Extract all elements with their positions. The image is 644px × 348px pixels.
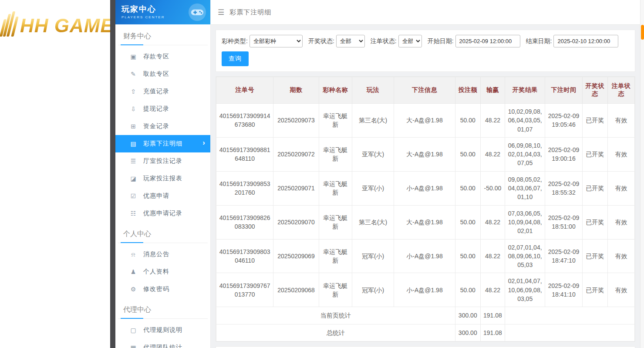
sidebar-item-profile[interactable]: ♟个人资料	[115, 263, 210, 280]
sidebar-item-label: 提现记录	[143, 105, 169, 113]
cell-play: 冠军(小)	[352, 273, 394, 307]
cell-lottery-name: 幸运飞艇新	[319, 205, 352, 239]
sidebar-item-withdraw-zone[interactable]: ✎取款专区	[115, 65, 210, 83]
cell-bet-amount: 50.00	[455, 104, 480, 138]
section-label: 财务中心	[123, 32, 151, 40]
cell-bet-time: 2025-02-09 18:51:00	[545, 205, 582, 239]
cell-bet-status: 有效	[607, 171, 634, 205]
draw-status-select[interactable]: 全部	[336, 35, 365, 47]
end-date-label: 结束日期:	[526, 37, 552, 45]
sidebar-item-promo-apply-records[interactable]: ☷优惠申请记录	[115, 205, 210, 222]
sidebar-item-label: 彩票下注明细	[143, 140, 182, 148]
col-header-bet-info: 下注信息	[394, 77, 455, 104]
gamepad-icon	[189, 3, 206, 21]
filter-row: 彩种类型: 全部彩种 开奖状态: 全部 注单状态: 全部 开始日期: 结束日期:	[222, 35, 629, 47]
cell-win-loss: 48.22	[480, 137, 505, 171]
page-title: 彩票下注明细	[229, 8, 271, 17]
summary-empty	[505, 324, 635, 341]
sidebar-item-deposit-zone[interactable]: ▣存款专区	[115, 48, 210, 65]
summary-empty	[505, 307, 635, 324]
cell-lottery-name: 幸运飞艇新	[319, 273, 352, 307]
cell-bet-status: 有效	[607, 104, 634, 138]
cell-period: 20250209068	[273, 273, 319, 307]
sidebar-item-label: 充值记录	[143, 88, 169, 95]
bet-status-select[interactable]: 全部	[398, 35, 422, 47]
lottery-type-label: 彩种类型:	[222, 37, 248, 45]
sidebar-item-label: 玩家投注报表	[143, 175, 182, 182]
sidebar-item-agent-rules[interactable]: ▢代理规则说明	[115, 321, 210, 339]
sidebar-item-label: 消息公告	[143, 250, 169, 258]
menu-toggle-icon[interactable]: ☰	[218, 8, 224, 17]
cell-draw-status: 已开奖	[582, 171, 607, 205]
bet-row: 40156917390976701377020250209068幸运飞艇新冠军(…	[216, 273, 635, 307]
col-header-win-loss: 输赢	[480, 77, 505, 104]
sidebar-item-label: 厅室投注记录	[143, 157, 182, 165]
sidebar-item-promo-apply[interactable]: ☑优惠申请	[115, 187, 210, 205]
chart-icon: ▦	[129, 344, 137, 348]
cell-draw-result: 07,03,06,05,10,09,04,08,02,01	[505, 205, 545, 239]
bet-row: 40156917390980304611020250209069幸运飞艇新冠军(…	[216, 239, 635, 273]
section-label: 个人中心	[123, 230, 151, 237]
sidebar-item-label: 代理团队统计	[143, 344, 182, 348]
cell-bet-status: 有效	[607, 239, 634, 273]
sidebar-item-lottery-bet-details[interactable]: ▤彩票下注明细›	[115, 135, 210, 152]
bet-status-label: 注单状态:	[371, 37, 397, 45]
col-header-lottery-name: 彩种名称	[319, 77, 352, 104]
pagination-panel: 每页显示20条 共6条 首页 上一页 1 下一页 第 页 跳转	[216, 346, 635, 348]
cell-bet-info: 小-A盘@1.98	[394, 273, 455, 307]
summary-win-loss: 191.08	[480, 307, 505, 324]
cell-bet-no: 401569173909914673680	[216, 104, 273, 138]
sidebar-item-label: 资金记录	[143, 122, 169, 130]
start-date-input[interactable]	[455, 35, 520, 47]
cell-bet-info: 大-A盘@1.98	[394, 104, 455, 138]
cell-win-loss: 48.22	[480, 239, 505, 273]
scrollbar[interactable]	[640, 0, 644, 348]
summary-win-loss: 191.08	[480, 324, 505, 341]
withdrawal-record-icon: ⇩	[129, 105, 137, 112]
sidebar-item-change-password[interactable]: ⚙修改密码	[115, 280, 210, 298]
cell-bet-amount: 50.00	[455, 239, 480, 273]
end-date-input[interactable]	[553, 35, 618, 47]
cell-lottery-name: 幸运飞艇新	[319, 104, 352, 138]
col-header-play: 玩法	[352, 77, 394, 104]
chevron-right-icon: ›	[202, 139, 205, 147]
summary-row: 当前页统计300.00191.08	[216, 307, 635, 324]
deposit-icon: ▣	[129, 53, 137, 60]
sidebar-item-label: 取款专区	[143, 70, 169, 78]
promo-record-icon: ☷	[129, 210, 137, 217]
bet-row: 40156917390991467368020250209073幸运飞艇新第三名…	[216, 104, 635, 138]
sidebar-item-funds-records[interactable]: ⊞资金记录	[115, 118, 210, 135]
cell-bet-time: 2025-02-09 19:05:46	[545, 104, 582, 138]
sidebar-item-announcements[interactable]: ⍾消息公告	[115, 246, 210, 263]
start-date-label: 开始日期:	[428, 37, 454, 45]
cell-win-loss: -50.00	[480, 171, 505, 205]
cell-bet-no: 401569173909853201760	[216, 171, 273, 205]
lottery-type-select[interactable]: 全部彩种	[250, 35, 303, 47]
cell-bet-info: 小-A盘@1.98	[394, 239, 455, 273]
cell-draw-status: 已开奖	[582, 104, 607, 138]
promo-apply-icon: ☑	[129, 193, 137, 199]
cell-draw-result: 02,01,04,07,10,06,09,08,03,05	[505, 273, 545, 307]
cell-bet-info: 小-A盘@1.98	[394, 171, 455, 205]
cell-bet-amount: 50.00	[455, 171, 480, 205]
profile-icon: ♟	[129, 268, 137, 275]
bet-row: 40156917390982608330020250209070幸运飞艇新第三名…	[216, 205, 635, 239]
funds-record-icon: ⊞	[129, 123, 137, 130]
cell-lottery-name: 幸运飞艇新	[319, 171, 352, 205]
bet-row: 40156917390985320176020250209071幸运飞艇新亚军(…	[216, 171, 635, 205]
col-header-bet-amount: 投注额	[455, 77, 480, 104]
logo-bars-decoration	[2, 11, 17, 37]
cell-bet-time: 2025-02-09 18:47:10	[545, 239, 582, 273]
cell-play: 第三名(大)	[352, 104, 394, 138]
section-label: 代理中心	[123, 306, 151, 313]
cell-win-loss: 48.22	[480, 104, 505, 138]
sidebar-item-withdrawal-records[interactable]: ⇩提现记录	[115, 100, 210, 118]
summary-label: 当前页统计	[216, 307, 455, 324]
search-button[interactable]: 查询	[222, 51, 249, 66]
sidebar-item-player-bet-report[interactable]: ◪玩家投注报表	[115, 170, 210, 187]
sidebar-item-recharge-records[interactable]: ⇧充值记录	[115, 83, 210, 100]
sidebar-item-agent-team-stats[interactable]: ▦代理团队统计	[115, 339, 210, 348]
scrollbar-thumb[interactable]	[641, 25, 644, 40]
col-header-bet-time: 下注时间	[545, 77, 582, 104]
sidebar-item-hall-bet-records[interactable]: ☰厅室投注记录	[115, 152, 210, 170]
